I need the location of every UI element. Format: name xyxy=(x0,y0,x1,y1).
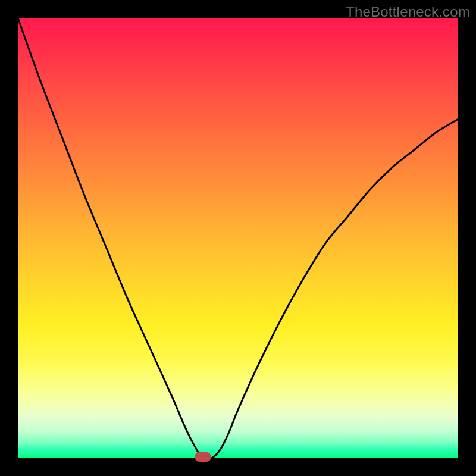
chart-frame: TheBottleneck.com xyxy=(0,0,476,476)
plot-area xyxy=(18,18,458,458)
bottleneck-curve xyxy=(18,18,458,458)
curve-svg xyxy=(18,18,458,458)
optimum-marker xyxy=(195,452,211,462)
